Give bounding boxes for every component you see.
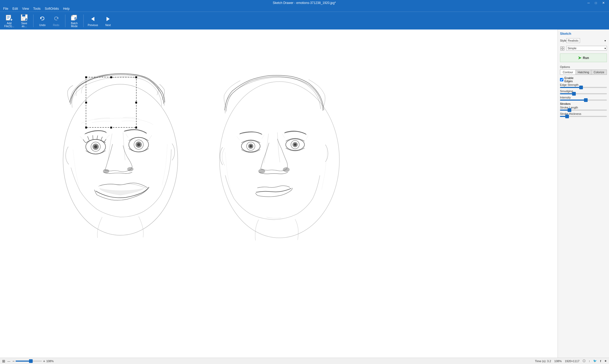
redo-label: Redo [53,24,59,27]
intensity-thumb[interactable] [584,98,588,102]
menu-view[interactable]: View [20,6,31,11]
close-button[interactable]: ✕ [600,1,607,5]
previous-button[interactable]: Previous [86,13,100,28]
svg-rect-37 [85,127,87,129]
intensity-track[interactable] [560,100,607,101]
zoom-controls: − + 108% [12,359,54,363]
zoom-right: 108% [554,360,562,363]
batch-mode-button[interactable]: Batch Mode [67,13,81,28]
svg-point-29 [103,169,109,173]
style-select[interactable]: Realistic [566,38,580,43]
svg-point-48 [294,143,296,146]
info-icon[interactable]: ⓘ [583,359,586,363]
tab-contour[interactable]: Contour [560,70,576,75]
stroke-length-label: Stroke Length [560,106,607,109]
svg-rect-16 [71,17,75,20]
enable-edges-checkbox[interactable] [560,78,563,81]
svg-point-30 [127,167,133,171]
main-layout: Sketch Style Realistic [0,29,609,358]
facebook-icon[interactable]: f [600,360,601,363]
menu-help[interactable]: Help [61,6,72,11]
svg-marker-18 [107,17,110,21]
style-label: Style [560,39,566,42]
menu-bar: File Edit View Tools SoftOrbits Help [0,6,609,12]
svg-rect-36 [135,102,137,104]
edge-strength-row: Edge Strength [560,83,607,88]
zoom-value: 108% [46,360,54,363]
svg-rect-8 [22,14,25,17]
add-files-label: Add File(S)... [4,22,14,28]
svg-rect-33 [110,76,112,78]
menu-file[interactable]: File [1,6,10,11]
zoom-in-button[interactable]: + [43,359,45,363]
svg-rect-53 [560,49,562,50]
save-as-button[interactable]: Save as... [17,13,31,28]
enable-edges-label: EnableEdges [564,76,573,83]
twitter-icon[interactable]: 🐦 [593,359,597,363]
svg-rect-54 [563,49,564,50]
maximize-button[interactable]: □ [593,1,599,5]
svg-rect-32 [85,76,87,78]
svg-rect-1 [7,16,10,17]
add-files-icon [5,14,13,21]
presets-dropdown-wrapper[interactable]: Simple [566,46,607,51]
star-icon[interactable]: ★ [604,359,607,363]
menu-softorbits[interactable]: SoftOrbits [43,6,61,11]
svg-rect-51 [560,47,562,48]
svg-point-49 [258,169,265,174]
style-dropdown-wrapper[interactable]: Realistic [566,38,607,43]
svg-point-50 [283,167,290,172]
status-right: Time (s): 3.2 108% 1920×1117 ⓘ ↑ 🐦 f ★ [535,359,607,363]
batch-mode-icon [70,14,79,21]
edge-strength-track[interactable] [560,87,607,88]
add-files-button[interactable]: Add File(S)... [2,13,16,28]
minimize-button[interactable]: ─ [585,1,592,5]
time-label: Time (s): 3.2 [535,360,551,363]
next-label: Next [105,24,111,27]
tab-colorize[interactable]: Colorize [591,70,607,75]
toolbar: Add File(S)... Save as... Und [0,12,609,29]
smudging-label: Smudging [560,90,607,93]
smudging-thumb[interactable] [572,92,576,96]
next-icon [104,15,112,23]
next-button[interactable]: Next [101,13,115,28]
toolbar-sep-1 [33,14,33,27]
right-panel: Sketch Style Realistic [558,29,609,358]
canvas-area[interactable] [0,29,558,358]
options-tabs: Contour Hatching Colorize [560,70,607,75]
toolbar-sep-3 [83,14,84,27]
presets-icon [560,46,565,51]
intensity-fill [560,100,586,101]
stroke-thickness-thumb[interactable] [565,115,569,118]
view-icon: ⊞ [2,359,5,363]
stroke-length-thumb[interactable] [568,108,571,112]
status-left: ⊞ — − + 108% [2,359,54,363]
svg-rect-35 [85,102,87,104]
tab-hatching[interactable]: Hatching [576,70,591,75]
zoom-slider-track[interactable] [16,361,42,362]
edge-strength-label: Edge Strength [560,83,607,86]
stroke-length-track[interactable] [560,110,607,111]
menu-tools[interactable]: Tools [31,6,43,11]
smudging-track[interactable] [560,93,607,94]
save-as-icon [20,14,28,21]
redo-button[interactable]: Redo [49,13,63,28]
undo-button[interactable]: Undo [36,13,49,28]
svg-point-28 [137,143,140,146]
run-button[interactable]: ➤ Run [560,53,607,62]
canvas-svg [0,29,558,358]
presets-select[interactable]: Simple [566,46,607,51]
title-bar-title: Sketch Drawer - emotions-371238_1920.jpg… [23,1,585,5]
menu-edit[interactable]: Edit [10,6,20,11]
zoom-out-button[interactable]: − [12,359,14,363]
stroke-thickness-track[interactable] [560,116,607,117]
share-icon[interactable]: ↑ [589,360,590,363]
redo-icon [52,15,60,23]
title-bar: Sketch Drawer - emotions-371238_1920.jpg… [0,0,609,6]
zoom-slider-thumb[interactable] [29,359,33,363]
resolution: 1920×1117 [565,360,579,363]
undo-label: Undo [39,24,46,27]
edge-strength-thumb[interactable] [579,86,583,89]
undo-redo-group: Undo Redo [36,13,63,28]
status-separator: — [7,360,10,363]
